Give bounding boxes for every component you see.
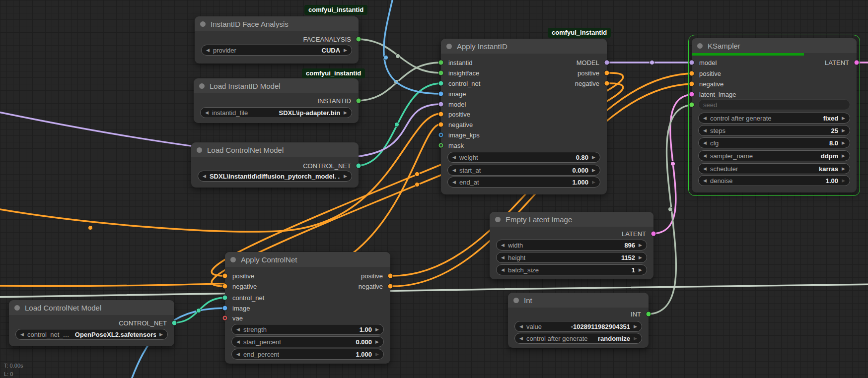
node-ksampler[interactable]: KSamplermodelpositivenegativelatent_imag… [692,38,857,192]
image-input-dot[interactable] [439,92,443,96]
increment-arrow-icon[interactable]: ▶ [375,327,379,332]
decrement-arrow-icon[interactable]: ◀ [20,332,24,337]
widget-cfg[interactable]: ◀cfg8.0▶ [698,137,850,148]
node-titlebar[interactable]: Apply InstantID [441,39,607,54]
LATENT-output-port[interactable]: LATENT [758,58,857,67]
increment-arrow-icon[interactable]: ▶ [592,168,595,173]
input-input-dot[interactable] [690,103,694,107]
increment-arrow-icon[interactable]: ▶ [159,332,163,337]
control_net-input-dot[interactable] [439,81,443,86]
positive-input-port[interactable]: positive [441,110,524,119]
increment-arrow-icon[interactable]: ▶ [634,336,637,341]
INSTANTID-output-dot[interactable] [357,99,361,103]
decrement-arrow-icon[interactable]: ◀ [519,336,523,341]
widget-batch_size[interactable]: ◀batch_size1▶ [496,264,647,275]
latent_image-input-dot[interactable] [690,92,694,97]
node-titlebar[interactable]: KSampler [692,38,857,53]
image_kps-input-port[interactable]: image_kps [441,130,524,139]
MODEL-output-dot[interactable] [605,61,609,65]
increment-arrow-icon[interactable]: ▶ [375,352,379,357]
negative-input-dot[interactable] [223,284,227,289]
node-titlebar[interactable]: Apply ControlNet [225,252,390,267]
CONTROL_NET-output-port[interactable]: CONTROL_NET [258,161,359,170]
decrement-arrow-icon[interactable]: ◀ [452,180,456,185]
node-titlebar[interactable]: Empty Latent Image [490,212,653,227]
node-titlebar[interactable]: Int [508,293,649,308]
widget-end_percent[interactable]: ◀end_percent1.000▶ [231,349,384,360]
positive-output-port[interactable]: positive [291,271,390,280]
collapse-dot-icon[interactable] [513,298,519,303]
widget-height[interactable]: ◀height1152▶ [496,252,647,263]
decrement-arrow-icon[interactable]: ◀ [703,179,707,183]
widget-end_at[interactable]: ◀end_at1.000▶ [447,177,600,188]
positive-output-port[interactable]: positive [507,68,607,77]
widget-provider[interactable]: ◀providerCUDA▶ [201,45,352,56]
INSTANTID-output-port[interactable]: INSTANTID [260,96,359,105]
positive-input-port[interactable]: positive [692,69,774,78]
increment-arrow-icon[interactable]: ▶ [842,167,845,171]
FACEANALYSIS-output-port[interactable]: FACEANALYSIS [260,35,359,44]
node-load-instantid-model[interactable]: Load InstantID ModelINSTANTID◀instantid_… [194,78,359,123]
increment-arrow-icon[interactable]: ▶ [842,128,845,133]
decrement-arrow-icon[interactable]: ◀ [236,352,240,357]
image_kps-input-dot[interactable] [439,133,443,137]
increment-arrow-icon[interactable]: ▶ [344,48,347,53]
increment-arrow-icon[interactable]: ▶ [344,174,347,179]
CONTROL_NET-output-dot[interactable] [357,164,361,168]
node-apply-controlnet[interactable]: Apply ControlNetpositivenegativecontrol_… [225,252,390,364]
decrement-arrow-icon[interactable]: ◀ [501,255,505,260]
widget-start_percent[interactable]: ◀start_percent0.000▶ [231,336,384,347]
increment-arrow-icon[interactable]: ▶ [842,154,845,158]
vae-input-port[interactable]: vae [225,314,308,322]
decrement-arrow-icon[interactable]: ◀ [236,340,240,344]
increment-arrow-icon[interactable]: ▶ [639,243,642,248]
increment-arrow-icon[interactable]: ▶ [842,179,845,183]
node-empty-latent-image[interactable]: Empty Latent ImageLATENT◀width896▶◀heigh… [490,212,653,279]
node-graph-canvas[interactable]: InstantID Face AnalysisFACEANALYSIS◀prov… [0,0,868,378]
decrement-arrow-icon[interactable]: ◀ [703,128,707,133]
collapse-dot-icon[interactable] [200,21,206,27]
decrement-arrow-icon[interactable]: ◀ [501,268,505,272]
node-titlebar[interactable]: Load InstantID Model [194,78,359,93]
node-apply-instantid[interactable]: Apply InstantIDinstantidinsightfacecontr… [441,39,607,194]
decrement-arrow-icon[interactable]: ◀ [203,174,206,179]
widget-scheduler[interactable]: ◀schedulerkarras▶ [698,163,850,174]
mask-input-port[interactable]: mask [441,141,524,150]
decrement-arrow-icon[interactable]: ◀ [236,327,240,332]
collapse-dot-icon[interactable] [197,147,202,153]
model-input-dot[interactable] [690,61,694,65]
MODEL-output-port[interactable]: MODEL [507,58,607,67]
increment-arrow-icon[interactable]: ▶ [842,141,845,145]
widget-controlaftergenerate[interactable]: ◀control after generaterandomize▶ [514,333,642,344]
CONTROL_NET-output-dot[interactable] [172,321,177,325]
negative-output-port[interactable]: negative [507,79,607,88]
positive-input-dot[interactable] [439,112,443,117]
latent_image-input-port[interactable]: latent_image [692,90,774,99]
positive-input-dot[interactable] [690,71,694,76]
widget-strength[interactable]: ◀strength1.00▶ [231,324,384,335]
increment-arrow-icon[interactable]: ▶ [639,255,642,260]
decrement-arrow-icon[interactable]: ◀ [703,116,707,121]
node-int[interactable]: IntINT◀value-1028911982904351▶◀control a… [508,293,649,348]
node-load-controlnet-model-pose[interactable]: Load ControlNet ModelCONTROL_NET◀control… [9,300,174,346]
LATENT-output-dot[interactable] [855,61,859,65]
increment-arrow-icon[interactable]: ▶ [634,324,637,329]
INT-output-port[interactable]: INT [564,310,649,318]
LATENT-output-dot[interactable] [651,232,656,236]
decrement-arrow-icon[interactable]: ◀ [452,155,456,160]
decrement-arrow-icon[interactable]: ◀ [703,141,707,145]
negative-input-dot[interactable] [690,82,694,86]
widget-file[interactable]: ◀SDXL\instantid\diffusion_pytorch_model.… [198,171,352,182]
collapse-dot-icon[interactable] [446,44,452,49]
negative-output-dot[interactable] [388,284,393,289]
collapse-dot-icon[interactable] [697,43,703,49]
model-input-port[interactable]: model [441,100,524,109]
increment-arrow-icon[interactable]: ▶ [639,268,642,272]
LATENT-output-port[interactable]: LATENT [555,229,653,238]
positive-output-dot[interactable] [605,71,609,75]
widget-controlaftergenerate[interactable]: ◀control after generatefixed▶ [698,113,850,124]
widget-weight[interactable]: ◀weight0.80▶ [447,152,600,163]
increment-arrow-icon[interactable]: ▶ [592,180,595,185]
node-titlebar[interactable]: Load ControlNet Model [9,300,174,315]
model-input-dot[interactable] [439,102,443,107]
